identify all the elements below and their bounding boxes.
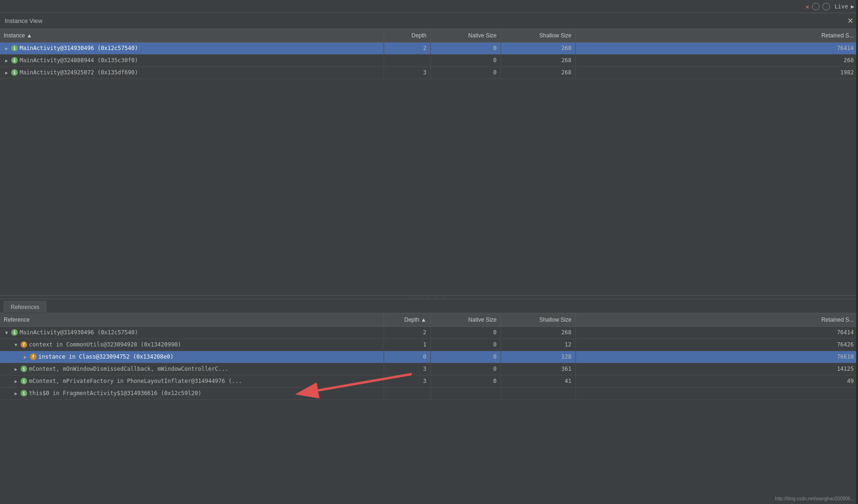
cell-instance-name: ▼fcontext in CommonUtils@323094928 (0x13…: [0, 338, 384, 351]
splitter[interactable]: · · · · ·: [0, 295, 858, 299]
tabs-bar: References: [0, 299, 858, 313]
expand-button[interactable]: ▼: [13, 342, 19, 347]
cell-native-size: 0: [430, 326, 501, 338]
instance-icon-green: i: [21, 366, 27, 372]
cell-retained-size: 76426: [575, 338, 858, 351]
table-row[interactable]: ▼iMainActivity@314930496 (0x12c57540)202…: [0, 326, 858, 338]
col-header-shallow[interactable]: Shallow Size: [501, 29, 575, 42]
cell-depth: 2: [384, 326, 430, 338]
top-bar: ✕ Live ▶: [0, 0, 858, 13]
ref-col-header-retained[interactable]: Retained S...: [575, 313, 858, 326]
ref-col-header-reference[interactable]: Reference: [0, 313, 384, 326]
upper-panel: Instance ▲ Depth Native Size Shallow Siz…: [0, 29, 858, 295]
cell-shallow-size: 361: [501, 363, 575, 375]
upper-table-container: Instance ▲ Depth Native Size Shallow Siz…: [0, 29, 858, 295]
expand-button[interactable]: ▶: [13, 366, 19, 372]
cell-shallow-size: 41: [501, 375, 575, 387]
cell-instance-name: ▶iMainActivity@314930496 (0x12c57540): [0, 42, 384, 54]
table-row[interactable]: ▶imContext, mPrivateFactory in PhoneLayo…: [0, 375, 858, 387]
cell-shallow-size: 12: [501, 338, 575, 351]
expand-button[interactable]: ▶: [13, 390, 19, 396]
cell-shallow-size: 128: [501, 351, 575, 363]
cell-native-size: 0: [430, 66, 501, 79]
cell-shallow-size: 268: [501, 66, 575, 79]
cell-depth: 0: [384, 351, 430, 363]
cell-shallow-size: 268: [501, 326, 575, 338]
table-row[interactable]: ▶iMainActivity@314930496 (0x12c57540)202…: [0, 42, 858, 54]
cell-instance-name: ▶imContext, mOnWindowDismissedCallback, …: [0, 363, 384, 375]
instance-name-text: MainActivity@314930496 (0x12c57540): [20, 329, 138, 336]
cell-instance-name: ▶finstance in Class@323094752 (0x134208e…: [0, 351, 384, 363]
ref-col-header-depth[interactable]: Depth ▲: [384, 313, 430, 326]
table-row[interactable]: ▶imContext, mOnWindowDismissedCallback, …: [0, 363, 858, 375]
instance-icon-green: i: [11, 57, 18, 64]
instance-icon-green: i: [21, 378, 27, 384]
cell-depth: 3: [384, 363, 430, 375]
cell-retained-size: [575, 387, 858, 399]
tab-references-label: References: [11, 304, 39, 310]
cell-depth: 1: [384, 338, 430, 351]
circle-btn-2[interactable]: [822, 3, 830, 10]
table-row[interactable]: ▶finstance in Class@323094752 (0x134208e…: [0, 351, 858, 363]
cell-native-size: 0: [430, 375, 501, 387]
cell-instance-name: ▶imContext, mPrivateFactory in PhoneLayo…: [0, 375, 384, 387]
cell-native-size: 0: [430, 42, 501, 54]
ref-col-header-native[interactable]: Native Size: [430, 313, 501, 326]
cell-depth: 3: [384, 375, 430, 387]
instance-icon-green: i: [11, 69, 18, 76]
cell-retained-size: 268: [575, 54, 858, 66]
circle-btn-1[interactable]: [812, 3, 820, 10]
main-content: Instance ▲ Depth Native Size Shallow Siz…: [0, 29, 858, 504]
expand-button[interactable]: ▶: [22, 354, 28, 360]
top-bar-controls: ✕ Live ▶: [805, 3, 854, 10]
live-label: Live: [835, 3, 848, 10]
col-header-native[interactable]: Native Size: [430, 29, 501, 42]
table-row[interactable]: ▼fcontext in CommonUtils@323094928 (0x13…: [0, 338, 858, 351]
reference-table: Reference Depth ▲ Native Size Shallow Si…: [0, 313, 858, 400]
instance-icon-green: i: [11, 329, 18, 336]
table-row[interactable]: ▶ithis$0 in FragmentActivity$1@314936616…: [0, 387, 858, 399]
cell-native-size: [430, 387, 501, 399]
table-row[interactable]: ▶iMainActivity@324808944 (0x135c30f0)026…: [0, 54, 858, 66]
instance-name-text: MainActivity@314930496 (0x12c57540): [20, 45, 138, 51]
window-close-button[interactable]: ✕: [847, 17, 853, 25]
expand-button[interactable]: ▶: [4, 70, 9, 75]
col-header-instance[interactable]: Instance ▲: [0, 29, 384, 42]
table-row[interactable]: ▶iMainActivity@324925072 (0x135df690)302…: [0, 66, 858, 79]
cell-shallow-size: 268: [501, 54, 575, 66]
instance-table: Instance ▲ Depth Native Size Shallow Siz…: [0, 29, 858, 79]
lower-table-container: Reference Depth ▲ Native Size Shallow Si…: [0, 313, 858, 504]
instance-name-text: instance in Class@323094752 (0x134208e0): [38, 353, 174, 360]
cell-depth: 2: [384, 42, 430, 54]
expand-button[interactable]: ▶: [13, 378, 19, 384]
lower-panel: References Reference Depth ▲ Native Size…: [0, 299, 858, 504]
cell-native-size: 0: [430, 351, 501, 363]
cell-native-size: 0: [430, 54, 501, 66]
cell-native-size: 0: [430, 363, 501, 375]
instance-icon-orange: f: [30, 353, 36, 360]
cell-depth: [384, 387, 430, 399]
ref-col-header-shallow[interactable]: Shallow Size: [501, 313, 575, 326]
expand-button[interactable]: ▶: [4, 58, 9, 63]
cell-retained-size: 1982: [575, 66, 858, 79]
instance-name-text: MainActivity@324808944 (0x135c30f0): [20, 57, 138, 64]
tab-references[interactable]: References: [4, 301, 46, 313]
close-x-icon[interactable]: ✕: [805, 3, 809, 10]
cell-shallow-size: 268: [501, 42, 575, 54]
cell-depth: 3: [384, 66, 430, 79]
cell-instance-name: ▼iMainActivity@314930496 (0x12c57540): [0, 326, 384, 338]
cell-retained-size: 76610: [575, 351, 858, 363]
cell-instance-name: ▶ithis$0 in FragmentActivity$1@314936616…: [0, 387, 384, 399]
instance-icon-orange: f: [21, 341, 27, 348]
col-header-retained[interactable]: Retained S...: [575, 29, 858, 42]
col-header-depth[interactable]: Depth: [384, 29, 430, 42]
cell-depth: [384, 54, 430, 66]
play-icon[interactable]: ▶: [851, 3, 854, 10]
instance-name-text: this$0 in FragmentActivity$1@314936616 (…: [29, 390, 201, 396]
expand-button[interactable]: ▶: [4, 45, 9, 51]
reference-table-header: Reference Depth ▲ Native Size Shallow Si…: [0, 313, 858, 326]
cell-retained-size: 76414: [575, 326, 858, 338]
expand-button[interactable]: ▼: [4, 330, 9, 335]
window-title-bar: Instance View ✕: [0, 13, 858, 29]
cell-instance-name: ▶iMainActivity@324925072 (0x135df690): [0, 66, 384, 79]
